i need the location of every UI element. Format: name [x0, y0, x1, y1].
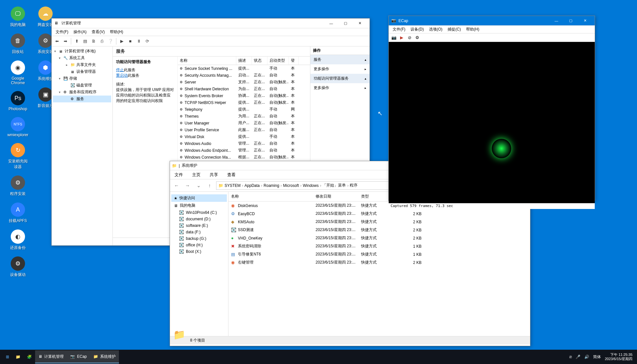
column-header[interactable]: 名称 — [228, 192, 313, 201]
maximize-button[interactable]: ▢ — [338, 19, 353, 28]
service-row[interactable]: ⚙Secure Socket Tunneling ...提供...手动本 — [178, 65, 310, 72]
tree-node[interactable]: ▾🖥计算机管理 (本地) — [53, 48, 111, 55]
menu-item[interactable]: 捕捉(C) — [445, 26, 463, 33]
service-row[interactable]: ⚙Windows Connection Ma...根据...正在...自动(触发… — [178, 154, 310, 161]
breadcrumb-segment[interactable]: Microsoft — [283, 183, 299, 188]
pause-service-button[interactable]: ⏸ — [135, 37, 143, 45]
nav-up-button[interactable]: ↑ — [205, 181, 214, 190]
tree-node[interactable]: ▸📁共享文件夹 — [53, 61, 111, 68]
menu-item[interactable]: 选项(O) — [426, 26, 445, 33]
breadcrumb-segment[interactable]: AppData — [244, 183, 260, 188]
action-more[interactable]: 更多操作▸ — [310, 83, 370, 93]
stop-button[interactable]: ⊘ — [406, 34, 413, 41]
desktop-icon[interactable]: 🗑回收站 — [6, 33, 29, 55]
nav-tree-item[interactable]: 💽data (F:) — [171, 229, 227, 235]
desktop-icon[interactable]: ⚙程序安装 — [6, 176, 29, 197]
stop-service-link[interactable]: 停止 — [116, 68, 124, 72]
tray-volume-icon[interactable]: 🔊 — [584, 355, 589, 359]
tray-mic-icon[interactable]: 🎤 — [576, 355, 580, 359]
desktop-icon[interactable]: ⚙设备驱动 — [6, 256, 29, 278]
taskbar-button[interactable]: 🧩 — [24, 350, 35, 363]
desktop-icon[interactable]: ◉Google Chrome — [6, 60, 29, 85]
service-row[interactable]: ⚙Windows Audio管理...正在...自动本 — [178, 140, 310, 147]
menu-item[interactable]: 帮助(H) — [463, 26, 482, 33]
up-button[interactable]: ⬆ — [73, 37, 81, 45]
tray-cast-icon[interactable]: ⎚ — [569, 355, 572, 359]
file-row[interactable]: ●VHD_OneKey2023/6/15/星期四 23:...快捷方式2 KB — [228, 234, 530, 242]
menu-item[interactable]: 共享 — [205, 171, 223, 179]
back-button[interactable]: ⬅ — [53, 37, 61, 45]
column-header[interactable]: 描述 — [236, 57, 252, 65]
desktop-icon[interactable]: NTFSwmiexplorer — [6, 117, 29, 137]
service-row[interactable]: ⚙Themes为用...正在...自动本 — [178, 113, 310, 120]
menu-item[interactable]: 查看(V) — [89, 29, 107, 35]
close-button[interactable]: ✕ — [578, 16, 592, 25]
nav-forward-button[interactable]: → — [183, 181, 192, 190]
service-row[interactable]: ⚙Security Accounts Manag...启动...正在...自动本 — [178, 72, 310, 79]
nav-history-button[interactable]: ⌄ — [194, 181, 203, 190]
nav-tree-item[interactable]: ★快捷访问 — [171, 194, 227, 202]
file-row[interactable]: ▤引导修复NT62023/6/15/星期四 23:...快捷方式1 KB — [228, 250, 530, 258]
close-button[interactable]: ✕ — [353, 19, 367, 28]
column-header[interactable]: 状态 — [252, 57, 267, 65]
service-row[interactable]: ⚙Virtual Disk提供...手动本 — [178, 133, 310, 140]
menu-item[interactable]: 文件(F) — [390, 26, 408, 33]
breadcrumb-segment[interactable]: 程序 — [350, 183, 358, 188]
forward-button[interactable]: ➡ — [61, 37, 69, 45]
service-row[interactable]: ⚙System Events Broker协调...正在...自动(触发...本 — [178, 92, 310, 99]
nav-tree-item[interactable]: 💽Win10Prox64 (C:) — [171, 209, 227, 216]
help-button[interactable]: ❔ — [107, 37, 114, 45]
taskbar-app[interactable]: 📷ECap — [67, 350, 90, 363]
compmgmt-tree[interactable]: ▾🖥计算机管理 (本地)▾🔧系统工具▸📁共享文件夹🖥设备管理器▾💾存储💽磁盘管理… — [52, 46, 113, 245]
menu-item[interactable]: 设备(D) — [408, 26, 426, 33]
nav-tree-item[interactable]: 💽document (D:) — [171, 216, 227, 222]
export-button[interactable]: ⎙ — [98, 37, 106, 45]
taskbar-button[interactable]: 📁 — [12, 350, 24, 363]
capture-button[interactable]: 📷 — [391, 34, 397, 41]
restart-service-button[interactable]: ⟳ — [143, 37, 151, 45]
nav-tree-item[interactable]: 💽Boot (X:) — [171, 248, 227, 255]
desktop-icon[interactable]: ◐还原备份 — [6, 229, 29, 251]
file-row[interactable]: ◆KMSAuto2023/6/15/星期四 23:...快捷方式2 KB — [228, 218, 530, 226]
taskbar[interactable]: ⊞📁🧩🖥计算机管理📷ECap📁系统维护 ⎚ 🎤 🔊 简体 下午 11:25:35… — [0, 350, 637, 364]
ime-indicator[interactable]: 简体 — [593, 354, 601, 360]
desktop-icon[interactable]: A挂载APFS — [6, 202, 29, 224]
breadcrumb-segment[interactable]: SYSTEM — [225, 183, 240, 188]
nav-back-button[interactable]: ← — [172, 181, 181, 190]
tree-node[interactable]: 🖥设备管理器 — [53, 68, 111, 75]
system-clock[interactable]: 下午 11:25:35 2023/6/15/星期四 — [605, 353, 634, 361]
file-row[interactable]: ⚙EasyBCD2023/6/15/星期四 23:...快捷方式2 KB — [228, 210, 530, 218]
record-button[interactable]: ▶ — [398, 34, 405, 41]
menu-item[interactable]: 操作(A) — [71, 29, 89, 35]
service-row[interactable]: ⚙TCP/IP NetBIOS Helper提供...正在...自动(触发...… — [178, 99, 310, 106]
explorer-nav-tree[interactable]: ★快捷访问🖥我的电脑💽Win10Prox64 (C:)💽document (D:… — [170, 192, 228, 336]
menu-item[interactable]: 文件 — [170, 171, 188, 179]
properties-button[interactable]: 🗎 — [90, 37, 98, 45]
tree-node[interactable]: 💽磁盘管理 — [53, 82, 111, 89]
restart-service-link[interactable]: 重启动 — [116, 73, 128, 78]
tree-node[interactable]: ▾🔧系统工具 — [53, 55, 111, 61]
service-row[interactable]: ⚙User Manager用户...正在...自动(触发...本 — [178, 120, 310, 126]
column-header[interactable]: 名称 — [178, 57, 236, 65]
desktop-icon[interactable]: PsPhotoshop — [6, 91, 29, 111]
column-header[interactable]: 修改日期 — [313, 192, 358, 201]
column-header[interactable]: 启动类型 — [267, 57, 289, 65]
file-row[interactable]: 💽SSD测速2023/6/15/星期四 23:...快捷方式2 KB — [228, 226, 530, 234]
column-header[interactable]: 登 — [289, 57, 299, 65]
breadcrumb-segment[interactable]: Windows — [303, 183, 319, 188]
maximize-button[interactable]: ▢ — [564, 16, 578, 25]
menu-item[interactable]: 文件(F) — [53, 29, 71, 35]
menu-item[interactable]: 主页 — [188, 171, 205, 179]
start-service-button[interactable]: ▶ — [118, 37, 126, 45]
service-row[interactable]: ⚙Server支持...正在...自动(触发...本 — [178, 79, 310, 85]
file-list[interactable]: 名称修改日期类型大小 ◉DiskGenius2023/6/15/星期四 23:.… — [228, 192, 530, 336]
menu-item[interactable]: 查看 — [223, 171, 240, 179]
tree-node[interactable]: ▾⚙服务和应用程序 — [53, 89, 111, 96]
taskbar-app[interactable]: 🖥计算机管理 — [35, 350, 67, 363]
settings-button[interactable]: ⚙ — [414, 34, 421, 41]
desktop-icon[interactable]: 🖵我的电脑 — [6, 6, 29, 28]
nav-tree-item[interactable]: 🖥我的电脑 — [171, 202, 227, 209]
minimize-button[interactable]: — — [324, 19, 338, 28]
taskbar-button[interactable]: ⊞ — [3, 350, 12, 363]
show-hide-tree-button[interactable]: ▤ — [81, 37, 89, 45]
